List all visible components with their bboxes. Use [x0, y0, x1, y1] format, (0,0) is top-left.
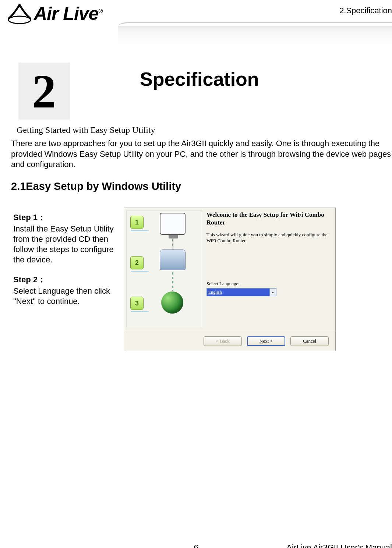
intro-paragraph: There are two approaches for you to set …: [11, 138, 392, 170]
step-2-body: Select Language then click "Next" to con…: [13, 286, 120, 307]
logo-swoosh-icon: [7, 3, 32, 29]
chapter-subtitle: Getting Started with Easy Setup Utility: [17, 125, 155, 135]
wizard-title: Welcome to the Easy Setup for WiFi Combo…: [204, 210, 333, 227]
step-1-body: Install the Easy Setup Utility from the …: [13, 224, 120, 265]
step-1-label: Step 1：: [13, 212, 120, 223]
language-selected-value: English: [208, 290, 222, 295]
steps-column: Step 1： Install the Easy Setup Utility f…: [13, 212, 120, 315]
svg-point-1: [18, 4, 21, 7]
chapter-number: 2: [32, 64, 56, 119]
svg-point-0: [8, 16, 31, 24]
brand-wordmark: Air Live®: [34, 3, 102, 24]
next-button[interactable]: Next >: [247, 336, 285, 346]
running-head: 2.Specification: [339, 6, 392, 15]
chapter-title: Specification: [140, 68, 259, 90]
chevron-down-icon[interactable]: ▾: [269, 289, 276, 296]
language-block: Select Language: English ▾: [206, 281, 322, 296]
page-number: 6: [194, 543, 198, 548]
chapter-number-block: 2: [18, 63, 70, 120]
section-heading: 2.1Easy Setup by Windows Utility: [11, 180, 181, 192]
cancel-button-accel: C: [303, 338, 306, 344]
back-button: < Back: [204, 336, 242, 346]
cancel-button-rest: ancel: [306, 338, 316, 344]
wizard-step-badge-2: 2: [130, 256, 144, 269]
wizard-step-underline: [131, 230, 149, 231]
router-icon: [160, 250, 186, 270]
step-2-label: Step 2：: [13, 274, 120, 285]
next-button-accel: N: [259, 338, 263, 344]
header-divider: [118, 22, 392, 44]
wizard-step-badge-1: 1: [130, 216, 144, 229]
wizard-step-badge-3: 3: [130, 297, 144, 310]
wizard-step-underline: [131, 311, 149, 312]
wizard-description: This wizard will guide you to simply and…: [204, 227, 333, 244]
wizard-main-panel: Welcome to the Easy Setup for WiFi Combo…: [204, 210, 333, 327]
connector-line: [172, 272, 173, 291]
language-label: Select Language:: [206, 281, 322, 287]
brand-logo: Air Live®: [7, 3, 102, 29]
document-title: AirLive Air3GII User's Manual: [286, 543, 392, 548]
language-select[interactable]: English ▾: [206, 288, 276, 296]
wizard-sidebar: 1 2 3: [126, 210, 202, 327]
registered-mark: ®: [98, 8, 102, 14]
wizard-window: 1 2 3 Welcome to the Easy Setup for WiFi…: [124, 208, 336, 351]
wizard-step-underline: [131, 271, 149, 272]
next-button-rest: ext >: [263, 338, 272, 344]
wizard-button-bar: < Back Next > Cancel: [124, 331, 335, 351]
cancel-button[interactable]: Cancel: [290, 336, 329, 346]
brand-text: Air Live: [34, 3, 98, 24]
globe-icon: [161, 291, 183, 314]
monitor-icon: [160, 213, 186, 235]
